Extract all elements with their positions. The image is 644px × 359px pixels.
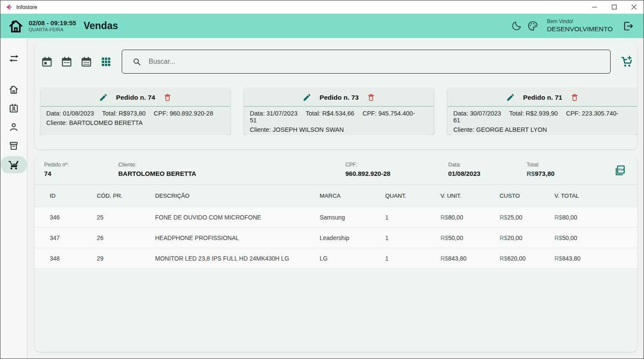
sidebar-item-users[interactable] <box>4 119 24 136</box>
minimize-button[interactable] <box>584 0 604 14</box>
logout-icon <box>622 20 634 32</box>
delete-order-button[interactable] <box>570 93 579 102</box>
search-icon <box>132 57 141 66</box>
logout-button[interactable] <box>620 18 637 35</box>
trash-icon <box>570 93 579 102</box>
orders-toolbar <box>35 41 637 74</box>
home-icon <box>8 84 19 95</box>
order-card[interactable]: Pedido n. 74 <box>41 87 230 135</box>
orders-panel: Pedido n. 74 <box>35 41 637 149</box>
weekday: QUARTA-FEIRA <box>29 27 76 33</box>
order-card-info: Data: 01/08/2023Total: R$973,80CPF: 960.… <box>41 107 230 126</box>
pencil-icon <box>303 93 312 102</box>
edit-order-button[interactable] <box>506 93 515 102</box>
date-value: 01/08/2023 <box>448 170 527 178</box>
sidebar <box>0 38 27 359</box>
order-cpf: CPF: 960.892.920-28 <box>154 110 213 117</box>
order-detail-panel: Pedido nº: 74 Cliente: BARTOLOMEO BERETT… <box>35 156 637 352</box>
date-label: Data: <box>448 162 527 168</box>
shopping-cart-icon <box>8 159 19 170</box>
order-number-value: 74 <box>44 170 118 178</box>
order-date: Data: 31/07/2023 <box>250 110 297 117</box>
order-date: Data: 01/08/2023 <box>46 110 94 117</box>
person-icon <box>8 122 19 133</box>
sidebar-item-sales[interactable] <box>0 156 27 173</box>
pencil-icon <box>99 93 108 102</box>
delete-order-button[interactable] <box>367 93 375 102</box>
contact-badge-icon <box>8 103 19 114</box>
order-card[interactable]: Pedido n. 73 <box>244 87 434 135</box>
order-card-info: Data: 31/07/2023Total: R$4.534,66CPF: 94… <box>244 107 434 133</box>
archive-box-icon <box>8 140 19 151</box>
add-cart-icon <box>620 55 634 68</box>
datetime-block: 02/08 - 09:19:55 QUARTA-FEIRA <box>29 19 76 33</box>
cpf-value: 960.892.920-28 <box>345 170 448 178</box>
client-label: Cliente: <box>118 162 345 168</box>
total-value: R$973,80 <box>527 170 610 178</box>
dark-mode-button[interactable] <box>508 18 524 34</box>
header-right: Bem Vindo! DESENVOLVIMENTO <box>508 18 637 35</box>
filter-day-button[interactable] <box>39 54 54 69</box>
search-box[interactable] <box>122 50 611 74</box>
date-time: 02/08 - 09:19:55 <box>29 19 76 27</box>
close-button[interactable] <box>624 0 644 14</box>
order-card-title: Pedido n. 74 <box>116 94 155 101</box>
trash-icon <box>367 93 375 102</box>
order-detail-header: Pedido nº: 74 Cliente: BARTOLOMEO BERETT… <box>35 156 637 185</box>
theme-color-button[interactable] <box>524 18 541 34</box>
col-header-cod: CÓD. PR. <box>97 193 155 199</box>
table-row[interactable]: 347 26 HEADPHONE PROFISSIONAL Leadership… <box>35 228 637 248</box>
client-value: BARTOLOMEO BERETTA <box>118 170 345 178</box>
new-sale-button[interactable] <box>617 52 636 71</box>
edit-order-button[interactable] <box>99 93 108 102</box>
order-number-label: Pedido nº: <box>44 162 118 168</box>
window-title: Infostore <box>16 4 37 10</box>
app-body: Pedido n. 74 <box>0 38 644 359</box>
filter-month-button[interactable] <box>78 54 94 69</box>
home-button[interactable] <box>6 17 25 36</box>
moon-icon <box>511 20 522 32</box>
view-all-button[interactable] <box>98 54 114 69</box>
main-content: Pedido n. 74 <box>27 38 644 359</box>
search-input[interactable] <box>149 58 610 65</box>
window-controls <box>584 0 644 14</box>
svg-text:PDF: PDF <box>618 168 625 172</box>
palette-icon <box>527 20 539 32</box>
welcome-label: Bem Vindo! <box>547 18 613 25</box>
order-total: Total: R$4.534,66 <box>306 110 354 117</box>
trash-icon <box>163 93 172 102</box>
pencil-icon <box>506 93 515 102</box>
table-row[interactable]: 348 29 MONITOR LED 23,8 IPS FULL HD 24MK… <box>35 248 637 269</box>
page-title: Vendas <box>84 20 118 32</box>
delete-order-button[interactable] <box>163 93 172 102</box>
order-card[interactable]: Pedido n. 71 <box>448 87 637 135</box>
calendar-month-icon <box>81 56 92 68</box>
col-header-marca: MARCA <box>320 193 385 199</box>
swap-horizontal-icon <box>8 53 20 65</box>
pdf-export-icon: PDF <box>613 164 626 177</box>
order-card-title: Pedido n. 73 <box>320 94 359 101</box>
col-header-quant: QUANT. <box>385 193 440 199</box>
cpf-label: CPF: <box>345 162 448 168</box>
table-row[interactable]: 346 25 FONE DE OUVIDO COM MICROFONE Sams… <box>35 207 637 228</box>
filter-week-button[interactable] <box>59 54 74 69</box>
calendar-day-icon <box>41 56 53 68</box>
sidebar-item-home[interactable] <box>4 81 24 98</box>
order-card-title: Pedido n. 71 <box>523 94 562 101</box>
order-card-info: Data: 30/07/2023Total: R$2.939,90CPF: 22… <box>448 107 637 133</box>
total-label: Total: <box>527 162 610 168</box>
app-logo-icon <box>5 3 12 11</box>
edit-order-button[interactable] <box>303 93 312 102</box>
order-items-table: ID CÓD. PR. DESCRIÇÃO MARCA QUANT. V. UN… <box>35 185 637 269</box>
col-header-desc: DESCRIÇÃO <box>155 193 320 199</box>
table-header-row: ID CÓD. PR. DESCRIÇÃO MARCA QUANT. V. UN… <box>35 185 637 207</box>
order-client: Cliente: BARTOLOMEO BERETTA <box>46 119 225 126</box>
sidebar-item-clients[interactable] <box>4 100 24 117</box>
export-pdf-button[interactable]: PDF <box>610 161 629 180</box>
maximize-button[interactable] <box>604 0 624 14</box>
app-window: Infostore 02/08 - 09:19:55 QUARTA- <box>0 0 644 359</box>
order-client: Cliente: GEORGE ALBERT LYON <box>453 126 632 133</box>
sidebar-item-products[interactable] <box>4 137 24 154</box>
order-client: Cliente: JOSEPH WILSON SWAN <box>250 126 428 133</box>
sidebar-item-transactions[interactable] <box>4 50 24 67</box>
